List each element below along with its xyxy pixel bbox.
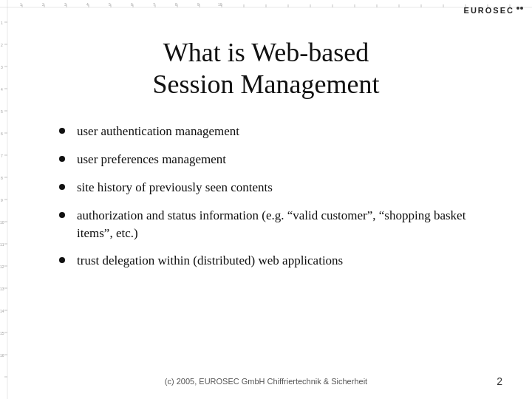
bullet-text: user authentication management (77, 123, 488, 140)
svg-text:3: 3 (1, 65, 3, 69)
svg-text:4: 4 (86, 2, 89, 7)
svg-text:12: 12 (0, 265, 4, 269)
svg-text:3: 3 (64, 2, 66, 7)
ruler-left: 1 2 3 4 5 6 7 8 9 10 11 12 13 14 15 16 (0, 0, 11, 399)
slide: 1 2 3 4 5 6 7 8 9 10 11 12 13 14 15 16 (0, 0, 532, 399)
title-area: What is Web-based Session Management (44, 37, 488, 100)
list-item: authorization and status information (e.… (59, 207, 488, 242)
logo-dot (520, 7, 523, 10)
svg-text:1: 1 (1, 21, 3, 25)
title-line2: Session Management (44, 69, 488, 100)
list-item: user authentication management (59, 123, 488, 140)
svg-text:1: 1 (20, 2, 22, 7)
bullet-dot (59, 128, 65, 134)
bullet-text: user preferences management (77, 151, 488, 168)
bullet-dot (59, 184, 65, 190)
logo-text: EUROSEC (464, 6, 514, 15)
svg-text:11: 11 (0, 242, 4, 247)
svg-text:13: 13 (0, 287, 4, 291)
svg-text:7: 7 (153, 2, 155, 7)
svg-text:2: 2 (1, 43, 3, 47)
bullet-text: site history of previously seen contents (77, 179, 488, 197)
bullet-dot (59, 212, 65, 218)
logo-dot (516, 7, 519, 10)
svg-text:7: 7 (1, 154, 3, 158)
svg-text:8: 8 (175, 2, 177, 7)
title-line1: What is Web-based (44, 37, 488, 69)
footer-page-number: 2 (497, 375, 502, 387)
svg-text:10: 10 (0, 220, 4, 225)
svg-text:15: 15 (0, 331, 4, 335)
bullet-text: trust delegation within (distributed) we… (77, 252, 488, 270)
svg-text:14: 14 (0, 309, 4, 313)
bullet-list: user authentication management user pref… (59, 123, 488, 270)
logo: EUROSEC (464, 6, 523, 15)
list-item: trust delegation within (distributed) we… (59, 252, 488, 270)
list-item: user preferences management (59, 151, 488, 168)
slide-title: What is Web-based Session Management (44, 37, 488, 100)
svg-text:5: 5 (109, 2, 111, 7)
footer: (c) 2005, EUROSEC GmbH Chiffriertechnik … (0, 377, 532, 386)
svg-text:4: 4 (1, 87, 3, 92)
list-item: site history of previously seen contents (59, 179, 488, 197)
svg-text:9: 9 (1, 198, 3, 202)
bullet-dot (59, 257, 65, 263)
ruler-top: 1 2 3 4 5 6 7 8 9 10 (0, 0, 532, 11)
svg-text:6: 6 (131, 2, 133, 7)
svg-text:5: 5 (1, 109, 3, 114)
svg-text:6: 6 (1, 132, 3, 136)
bullet-text: authorization and status information (e.… (77, 207, 488, 242)
bullet-dot (59, 156, 65, 162)
footer-copyright: (c) 2005, EUROSEC GmbH Chiffriertechnik … (0, 377, 532, 386)
svg-text:2: 2 (42, 2, 44, 7)
svg-text:16: 16 (0, 353, 4, 358)
svg-text:8: 8 (1, 176, 3, 180)
svg-text:10: 10 (218, 2, 222, 7)
svg-text:9: 9 (197, 2, 200, 7)
